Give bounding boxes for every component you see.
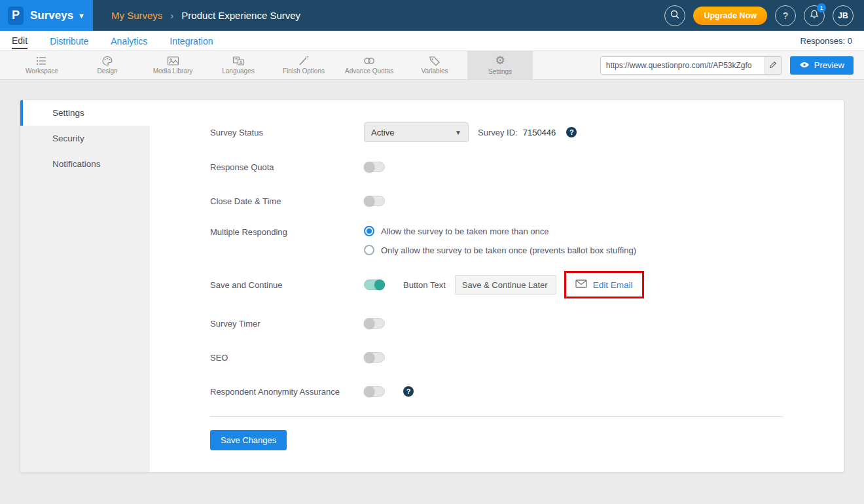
- save-continue-row: Save and Continue Button Text Edit Email: [210, 271, 783, 298]
- radio-option-once-only[interactable]: Only allow the survey to be taken once (…: [364, 245, 636, 255]
- envelope-icon: [575, 279, 587, 291]
- responses-count: Responses: 0: [801, 36, 853, 46]
- topbar-actions: Upgrade Now ? 1 JB: [664, 5, 864, 26]
- close-date-toggle[interactable]: [364, 196, 385, 206]
- save-continue-label: Save and Continue: [210, 280, 364, 290]
- breadcrumb-survey-title: Product Experience Survey: [181, 10, 300, 21]
- help-button[interactable]: ?: [775, 5, 796, 26]
- sidebar-item-notifications[interactable]: Notifications: [20, 151, 150, 177]
- survey-status-value: Active: [371, 128, 394, 137]
- tag-icon: [429, 56, 441, 66]
- survey-id-label: Survey ID:: [478, 128, 518, 137]
- search-icon: [670, 9, 680, 22]
- response-quota-row: Response Quota: [210, 158, 783, 176]
- avatar-initials: JB: [838, 11, 848, 20]
- edit-toolbar: Workspace Design Media Library Languages…: [0, 51, 864, 80]
- upgrade-now-button[interactable]: Upgrade Now: [693, 7, 767, 25]
- form-divider: [210, 416, 783, 417]
- save-continue-toggle[interactable]: [364, 279, 385, 290]
- toolbar-variables[interactable]: Variables: [402, 51, 467, 79]
- questionpro-app: P Surveys ▼ My Surveys › Product Experie…: [0, 0, 864, 504]
- survey-main-nav: Edit Distribute Analytics Integration Re…: [0, 31, 864, 51]
- breadcrumb-my-surveys[interactable]: My Surveys: [111, 10, 162, 21]
- seo-toggle[interactable]: [364, 352, 385, 363]
- toolbar-finish-options[interactable]: Finish Options: [271, 51, 336, 79]
- tab-edit[interactable]: Edit: [12, 33, 27, 49]
- chevron-down-icon: ▼: [78, 12, 85, 20]
- anonymity-toggle[interactable]: [364, 386, 385, 397]
- question-icon: ?: [783, 10, 788, 21]
- survey-url-input[interactable]: [601, 57, 765, 74]
- survey-id-value: 7150446: [523, 128, 556, 137]
- preview-button[interactable]: Preview: [790, 56, 854, 75]
- radio-option-label: Allow the survey to be taken more than o…: [381, 226, 549, 236]
- toolbar-media-library[interactable]: Media Library: [140, 51, 206, 79]
- product-label: Surveys: [30, 9, 73, 22]
- search-button[interactable]: [664, 5, 685, 26]
- sidebar-item-settings[interactable]: Settings: [20, 100, 150, 126]
- image-icon: [167, 56, 179, 66]
- toolbar-design[interactable]: Design: [75, 51, 140, 79]
- palette-icon: [101, 56, 113, 66]
- edit-email-highlight[interactable]: Edit Email: [564, 271, 644, 298]
- toolbar-workspace[interactable]: Workspace: [9, 51, 75, 79]
- radio-unselected-icon: [364, 245, 374, 255]
- multiple-responding-row: Multiple Responding Allow the survey to …: [210, 226, 783, 255]
- toolbar-item-label: Finish Options: [283, 67, 325, 75]
- top-bar: P Surveys ▼ My Surveys › Product Experie…: [0, 0, 864, 31]
- survey-status-select[interactable]: Active ▼: [364, 122, 469, 142]
- preview-label: Preview: [814, 60, 844, 70]
- toggle-knob: [364, 318, 374, 329]
- save-changes-button[interactable]: Save Changes: [210, 430, 287, 450]
- survey-timer-row: Survey Timer: [210, 314, 783, 333]
- toolbar-right: Preview: [600, 51, 864, 79]
- questionpro-logo: P: [8, 7, 24, 25]
- tab-distribute[interactable]: Distribute: [50, 33, 88, 48]
- wand-icon: [298, 56, 310, 66]
- survey-url-wrap: [600, 56, 782, 75]
- toolbar-languages[interactable]: Languages: [206, 51, 271, 79]
- toolbar-settings[interactable]: ⚙ Settings: [467, 51, 533, 79]
- toggle-knob: [364, 162, 374, 172]
- breadcrumb: My Surveys › Product Experience Survey: [111, 10, 300, 21]
- sidebar-item-security[interactable]: Security: [20, 126, 150, 151]
- breadcrumb-separator-icon: ›: [170, 10, 173, 21]
- response-quota-toggle[interactable]: [364, 162, 385, 172]
- radio-selected-icon: [364, 226, 374, 236]
- toolbar-item-label: Advance Quotas: [345, 67, 393, 75]
- toggle-knob: [374, 279, 385, 290]
- toolbar-item-label: Variables: [422, 67, 448, 75]
- toggle-knob: [364, 352, 374, 363]
- edit-url-button[interactable]: [765, 56, 782, 75]
- toolbar-advance-quotas[interactable]: Advance Quotas: [336, 51, 402, 79]
- settings-form: Survey Status Active ▼ Survey ID: 715044…: [150, 100, 844, 472]
- survey-id-help-icon[interactable]: ?: [566, 127, 577, 137]
- settings-page: Settings Security Notifications Survey S…: [0, 80, 864, 492]
- toolbar-item-label: Media Library: [153, 67, 193, 75]
- user-avatar[interactable]: JB: [833, 5, 854, 26]
- survey-timer-toggle[interactable]: [364, 318, 385, 329]
- toolbar-item-label: Workspace: [26, 67, 58, 75]
- tab-analytics[interactable]: Analytics: [111, 33, 147, 48]
- toggle-knob: [364, 196, 374, 206]
- close-date-label: Close Date & Time: [210, 196, 364, 206]
- edit-email-link[interactable]: Edit Email: [593, 280, 633, 290]
- product-switcher[interactable]: P Surveys ▼: [0, 0, 93, 31]
- tab-integration[interactable]: Integration: [170, 33, 213, 48]
- notifications-button[interactable]: 1: [804, 5, 825, 26]
- notification-badge: 1: [817, 3, 826, 12]
- button-text-input[interactable]: [455, 275, 556, 295]
- chevron-down-icon: ▼: [455, 129, 461, 136]
- radio-option-label: Only allow the survey to be taken once (…: [381, 245, 636, 255]
- anonymity-help-icon[interactable]: ?: [403, 386, 414, 397]
- radio-option-multiple-allowed[interactable]: Allow the survey to be taken more than o…: [364, 226, 636, 236]
- links-icon: [363, 56, 376, 66]
- response-quota-label: Response Quota: [210, 162, 364, 172]
- toggle-knob: [364, 386, 374, 397]
- anonymity-label: Respondent Anonymity Assurance: [210, 387, 364, 397]
- toolbar-item-label: Design: [97, 67, 117, 75]
- anonymity-row: Respondent Anonymity Assurance ?: [210, 382, 783, 401]
- settings-card: Settings Security Notifications Survey S…: [20, 99, 844, 473]
- multiple-responding-options: Allow the survey to be taken more than o…: [364, 226, 636, 255]
- survey-status-label: Survey Status: [210, 128, 364, 137]
